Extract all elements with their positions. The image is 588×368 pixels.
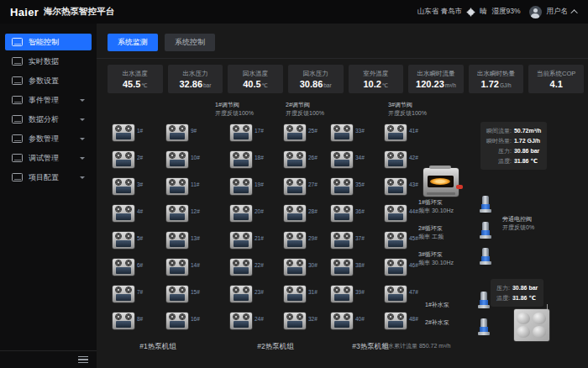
sidebar-footer	[0, 350, 97, 368]
chevron-up-icon[interactable]	[570, 9, 577, 16]
metric-value: 32.86bar	[179, 80, 211, 89]
metric-label: 回水温度	[243, 70, 268, 78]
sidebar-item-label: 实时数据	[29, 56, 85, 67]
menu-icon	[12, 115, 23, 124]
sidebar-item-7[interactable]: 调试管理	[5, 150, 92, 166]
sidebar-item-label: 智能控制	[29, 37, 85, 48]
metric-card: 出水温度45.5℃	[108, 65, 163, 93]
metric-unit: ℃	[141, 82, 147, 88]
header-right: 山东省 青岛市 晴 湿度93% 用户名	[417, 6, 578, 18]
metric-card: 回水压力30.86bar	[288, 65, 344, 93]
menu-icon	[12, 76, 23, 85]
collapse-sidebar-icon[interactable]	[78, 356, 88, 363]
metric-card: 当前系统COP4.1	[528, 65, 584, 93]
metric-label: 出水瞬时热量	[477, 70, 515, 78]
metric-value: 40.5℃	[243, 80, 268, 89]
metric-value: 4.1	[550, 80, 563, 89]
metric-label: 出水压力	[182, 70, 207, 78]
sidebar-item-3[interactable]: 参数设置	[5, 72, 92, 89]
metric-value: 30.86bar	[300, 80, 332, 89]
chevron-down-icon	[80, 99, 85, 102]
metric-unit: GJ/h	[500, 82, 512, 88]
metric-label: 室外温度	[363, 70, 388, 78]
haier-logo: Haier	[10, 6, 39, 18]
metric-unit: m³/h	[445, 82, 456, 88]
tab-1[interactable]: 系统监测	[108, 34, 158, 51]
menu-icon	[12, 57, 23, 66]
page-title: 海尔热泵智控平台	[44, 6, 114, 18]
metric-card: 出水瞬时热量1.72GJ/h	[469, 65, 524, 93]
top-bar: Haier 海尔热泵智控平台 山东省 青岛市 晴 湿度93% 用户名	[0, 0, 588, 24]
menu-icon	[12, 134, 23, 143]
location-text: 山东省 青岛市	[417, 7, 462, 17]
main-content: 系统监测系统控制 出水温度45.5℃出水压力32.86bar回水温度40.5℃回…	[97, 24, 588, 368]
metric-cards: 出水温度45.5℃出水压力32.86bar回水温度40.5℃回水压力30.86b…	[97, 59, 588, 93]
app-root: Haier 海尔热泵智控平台 山东省 青岛市 晴 湿度93% 用户名 智能控制实…	[0, 0, 588, 368]
sidebar-item-label: 调试管理	[29, 153, 74, 164]
chevron-down-icon	[80, 118, 85, 121]
menu-icon	[12, 154, 23, 162]
metric-label: 出水瞬时流量	[417, 70, 454, 78]
chevron-down-icon	[80, 138, 85, 140]
metric-unit: ℃	[262, 82, 268, 88]
sidebar: 智能控制实时数据参数设置事件管理数据分析参数管理调试管理项目配置	[0, 24, 97, 368]
metric-value: 120.23m³/h	[416, 80, 456, 89]
metric-label: 回水压力	[303, 70, 328, 78]
sidebar-item-2[interactable]: 实时数据	[5, 53, 92, 70]
sidebar-item-1[interactable]: 智能控制	[5, 34, 92, 50]
metric-unit: ℃	[382, 82, 388, 88]
metric-card: 出水瞬时流量120.23m³/h	[408, 65, 464, 93]
sidebar-item-label: 事件管理	[29, 95, 74, 106]
weather-sun-icon	[468, 9, 474, 15]
metric-unit: bar	[203, 82, 211, 88]
metric-card: 回水温度40.5℃	[228, 65, 283, 93]
user-avatar[interactable]	[529, 6, 542, 18]
metric-unit: bar	[323, 82, 331, 88]
sidebar-menu: 智能控制实时数据参数设置事件管理数据分析参数管理调试管理项目配置	[0, 24, 97, 186]
chevron-down-icon	[80, 157, 85, 160]
sidebar-item-6[interactable]: 参数管理	[5, 130, 92, 147]
humidity-text: 湿度93%	[491, 7, 520, 17]
menu-icon	[12, 173, 23, 181]
menu-icon	[12, 38, 23, 46]
tab-bar: 系统监测系统控制	[97, 24, 588, 59]
metric-card: 出水压力32.86bar	[168, 65, 223, 93]
sidebar-item-label: 项目配置	[29, 172, 74, 183]
metric-label: 当前系统COP	[537, 70, 575, 78]
menu-icon	[12, 96, 23, 104]
metric-value: 10.2℃	[363, 80, 388, 89]
metric-value: 1.72GJ/h	[480, 80, 511, 89]
metric-label: 出水温度	[123, 70, 148, 78]
sidebar-item-4[interactable]: 事件管理	[5, 92, 92, 108]
chevron-down-icon	[80, 176, 85, 179]
sidebar-item-label: 数据分析	[29, 114, 74, 125]
sidebar-item-8[interactable]: 项目配置	[5, 169, 92, 186]
sidebar-item-label: 参数设置	[29, 76, 85, 87]
metric-card: 室外温度10.2℃	[349, 65, 404, 93]
weather-text: 晴	[480, 7, 487, 17]
metric-value: 45.5℃	[123, 80, 148, 89]
sidebar-item-label: 参数管理	[29, 134, 74, 145]
brand: Haier 海尔热泵智控平台	[10, 6, 114, 18]
sidebar-item-5[interactable]: 数据分析	[5, 111, 92, 128]
user-name[interactable]: 用户名	[547, 7, 569, 17]
tab-2[interactable]: 系统控制	[165, 34, 215, 51]
